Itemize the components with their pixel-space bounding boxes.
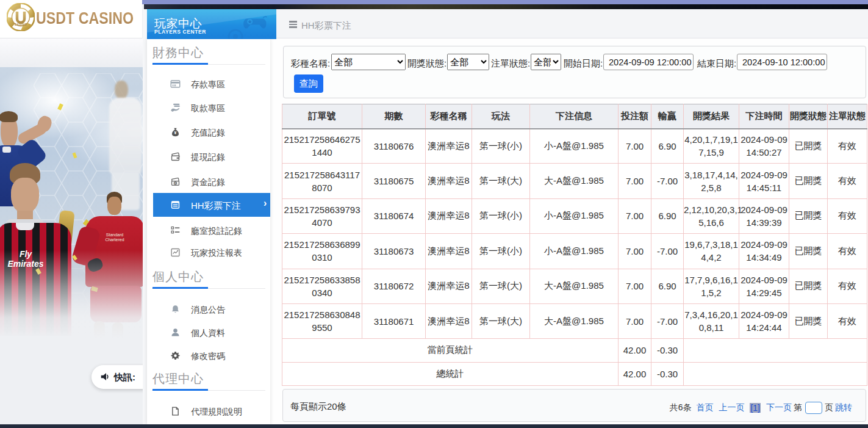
svg-text:¥: ¥	[174, 182, 176, 185]
svg-text:CASINO: CASINO	[15, 23, 27, 26]
svg-text:¥: ¥	[174, 131, 177, 135]
